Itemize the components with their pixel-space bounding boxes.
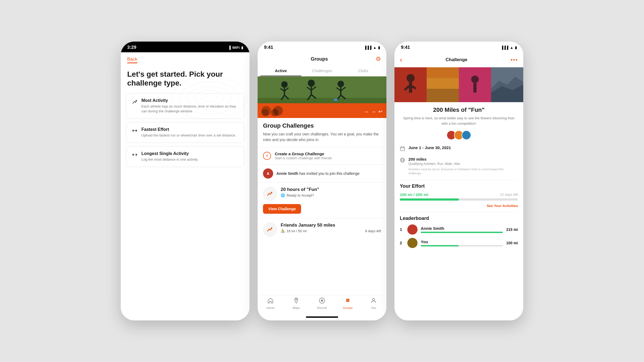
challenge-meta-2: 🚴 18 mi / 50 mi 8 days left [281,229,381,233]
view-challenge-button[interactable]: View Challenge [263,204,301,214]
lb-info-1: Annie Smith [421,226,503,233]
screen-2-content: Groups ⚙ Active Challenges Clubs [258,52,386,318]
tab-active[interactable]: Active [260,66,301,76]
tab-challenges[interactable]: Challenges [301,66,342,76]
svg-rect-24 [334,99,338,101]
date-range-row: June 1 - June 30, 2021 [400,145,518,153]
home-indicator-2 [306,316,338,318]
date-range-text: June 1 - June 30, 2021 [408,145,451,150]
svg-point-29 [346,299,348,300]
rank-2: 2 [400,241,404,245]
effort-current: 100 mi [400,192,412,197]
most-activity-title: Most Activity [141,98,239,103]
nav-maps-label: Maps [293,306,300,309]
svg-point-32 [348,300,349,302]
status-bar-2: 9:41 ▐▐▐ ▲ ▮ [258,42,386,52]
create-challenge-row[interactable]: + Create a Group Challenge Start a custo… [258,147,386,165]
battery-icon-3: ▮ [515,46,517,50]
more-options-icon[interactable]: ••• [511,57,518,63]
challenge-detail-content[interactable]: 200 Miles of "Fun" Spring time is here, … [394,102,523,318]
screen-1-content: Back Let's get started. Pick your challe… [121,52,250,315]
challenge-progress-2: 18 mi / 50 mi [287,229,306,233]
home-nav-icon [267,297,274,305]
back-button[interactable]: Back [121,52,250,63]
challenge-card-2-inner: Friends January 50 miles 🚴 18 mi / 50 mi… [263,223,381,237]
lb-bar-bg-2 [421,245,503,246]
leaderboard-section: Leaderboard 1 Annie Smith 215 mi 2 [400,216,518,248]
effort-days-left: 12 days left [500,193,518,197]
longest-single-icon [132,152,138,159]
svg-point-19 [338,81,344,87]
longest-single-content: Longest Single Activity Log the most dis… [141,151,198,162]
status-time-3: 9:41 [401,45,410,50]
participant-avatar-3 [462,130,471,140]
leaderboard-row-1: 1 Annie Smith 215 mi [400,224,518,235]
svg-rect-46 [400,147,405,151]
nav-maps[interactable]: Maps [283,297,309,309]
back-chevron[interactable]: ‹ [400,56,402,64]
challenge-page-title: Challenge [446,57,467,62]
nav-home[interactable]: Home [258,297,283,309]
status-bar-3: 9:41 ▐▐▐ ▲ ▮ [394,42,523,52]
nav-groups[interactable]: Groups [335,297,361,309]
invite-text: Annie Smith has invited you to join this… [276,171,360,176]
globe-icon-1: 🌐 [281,193,285,197]
invite-name: Annie Smith [276,171,298,176]
lb-bar-fill-2 [421,245,459,246]
tab-clubs[interactable]: Clubs [343,66,384,76]
screen2-header: Groups ⚙ [258,52,386,66]
signal-icon-3: ▐▐▐ [501,46,508,50]
svg-rect-41 [427,78,459,89]
plus-icon: + [263,152,271,160]
see-activities-link[interactable]: See Your Activities [400,204,518,208]
gear-icon[interactable]: ⚙ [376,56,381,62]
invite-section: A Annie Smith has invited you to join th… [258,165,386,183]
fastest-effort-option[interactable]: Fastest Effort Upload the fastest run or… [126,122,244,143]
lb-avatar-1 [407,224,418,235]
effort-progress-label: 100 mi / 200 mi [400,192,428,197]
screen-2-phone: 9:41 ▐▐▐ ▲ ▮ Groups ⚙ Active Challenges … [258,42,386,320]
photo-slot-3 [459,67,491,102]
challenge-big-title: 200 Miles of "Fun" [400,106,518,113]
challenge-card-2: Friends January 50 miles 🚴 18 mi / 50 mi… [258,218,386,241]
lb-info-2: You [421,239,503,246]
lb-avatar-2 [407,238,418,248]
distance-content: 200 miles Qualifying Activites: Run, Wal… [408,157,518,176]
your-effort-section: Your Effort 100 mi / 200 mi 12 days left… [400,183,518,208]
maps-nav-icon [293,297,299,305]
participant-avatars [400,130,518,140]
circle-4 [271,109,279,116]
wifi-icon: WiFi [232,46,240,50]
create-subtitle: Start a custom challenge with friends [275,156,332,160]
your-effort-title: Your Effort [400,183,518,189]
divider-2 [400,212,518,212]
photo-slot-4 [491,67,523,102]
hero-arrows: → → ↩ [363,109,382,115]
battery-icon: ▮ [241,46,243,50]
svg-rect-36 [409,82,412,93]
group-challenges-desc: Now you can craft your own challenges. Y… [263,131,381,143]
fastest-effort-icon [132,128,138,135]
groups-title: Groups [311,56,328,62]
nav-record[interactable]: Record [309,297,335,309]
divider-1 [400,180,518,180]
scroll-content[interactable]: Group Challenges Now you can craft your … [258,118,386,295]
status-bar-1: 3:29 ▐ WiFi ▮ [121,42,250,52]
lb-bar-fill-1 [421,232,503,233]
nav-you[interactable]: You [361,297,386,309]
svg-rect-40 [427,89,459,102]
challenge-info-1: 20 hours of "Fun" 🌐 Ready to Accept? [281,187,381,201]
lb-miles-1: 215 mi [506,227,518,232]
svg-point-43 [471,76,479,83]
challenge-card-1-inner: 20 hours of "Fun" 🌐 Ready to Accept? [263,187,381,201]
lb-bar-bg-1 [421,232,503,233]
wifi-icon-2: ▲ [373,46,376,50]
battery-icon-2: ▮ [378,46,380,50]
lb-name-1: Annie Smith [421,226,503,231]
challenge-days-2: 8 days left [365,229,381,233]
back-label: Back [127,57,137,62]
screen3-header: ‹ Challenge ••• [394,52,523,67]
longest-single-option[interactable]: Longest Single Activity Log the most dis… [126,146,244,167]
most-activity-option[interactable]: Most Activity Each athlete logs as much … [126,93,244,119]
create-content: Create a Group Challenge Start a custom … [275,152,332,160]
